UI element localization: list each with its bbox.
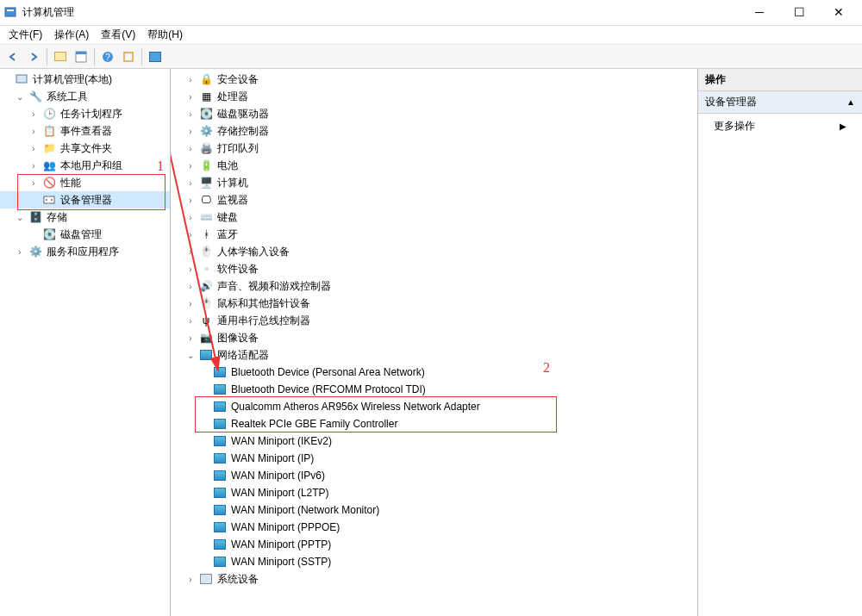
- device-category[interactable]: ›🖱️鼠标和其他指针设备: [171, 295, 697, 312]
- menu-file[interactable]: 文件(F): [3, 26, 47, 44]
- forward-button[interactable]: [24, 47, 43, 66]
- expand-icon[interactable]: ›: [28, 144, 40, 153]
- expand-icon[interactable]: ›: [184, 75, 197, 84]
- expand-icon[interactable]: ›: [184, 144, 197, 153]
- network-adapter-item[interactable]: WAN Miniport (Network Monitor): [171, 501, 697, 519]
- collapse-icon[interactable]: ⌄: [184, 351, 197, 360]
- expand-icon[interactable]: ›: [28, 161, 40, 171]
- actions-section[interactable]: 设备管理器 ▲: [698, 91, 862, 114]
- close-button[interactable]: ✕: [819, 0, 859, 26]
- expand-icon[interactable]: ›: [14, 247, 26, 257]
- tree-shared-folders[interactable]: ›📁共享文件夹: [0, 140, 170, 157]
- expand-icon[interactable]: ›: [184, 196, 197, 205]
- device-category[interactable]: ›🖥️计算机: [171, 174, 697, 191]
- device-category[interactable]: ›📷图像设备: [171, 329, 697, 346]
- annotation-label-1: 1: [157, 159, 164, 174]
- expand-icon[interactable]: ›: [184, 213, 197, 222]
- network-adapter-item[interactable]: WAN Miniport (PPPOE): [171, 519, 697, 536]
- event-icon: 📋: [42, 124, 56, 138]
- menu-view[interactable]: 查看(V): [96, 26, 141, 44]
- tree-event-viewer[interactable]: ›📋事件查看器: [0, 122, 170, 140]
- tree-disk-mgmt[interactable]: 💽磁盘管理: [0, 226, 170, 243]
- device-category[interactable]: ›ᚼ蓝牙: [171, 226, 697, 243]
- back-button[interactable]: [3, 47, 22, 66]
- annotation-label-2: 2: [543, 360, 550, 376]
- expand-icon[interactable]: ›: [184, 161, 197, 171]
- tree-storage[interactable]: ⌄🗄️存储: [0, 208, 170, 226]
- device-category[interactable]: ›🔋电池: [171, 157, 697, 174]
- refresh-button[interactable]: [119, 47, 138, 66]
- network-adapter-item[interactable]: Realtek PCIe GBE Family Controller: [171, 415, 697, 432]
- tree-systools[interactable]: ⌄🔧系统工具: [0, 88, 170, 105]
- device-category[interactable]: ›💽磁盘驱动器: [171, 105, 697, 122]
- device-list-scroll[interactable]: ›🔒安全设备›▦处理器›💽磁盘驱动器›⚙️存储控制器›🖨️打印队列›🔋电池›🖥️…: [171, 69, 697, 616]
- svg-text:?: ?: [105, 53, 110, 62]
- actions-header: 操作: [698, 69, 862, 91]
- expand-icon[interactable]: ›: [184, 230, 197, 240]
- device-list-panel: ›🔒安全设备›▦处理器›💽磁盘驱动器›⚙️存储控制器›🖨️打印队列›🔋电池›🖥️…: [171, 69, 698, 616]
- maximize-button[interactable]: ☐: [779, 0, 819, 26]
- network-adapter-item[interactable]: WAN Miniport (IP): [171, 450, 697, 467]
- expand-icon[interactable]: ›: [184, 575, 197, 584]
- expand-icon[interactable]: ›: [28, 127, 40, 136]
- network-adapter-item[interactable]: Qualcomm Atheros AR956x Wireless Network…: [171, 398, 697, 415]
- svg-point-9: [46, 199, 47, 201]
- device-category[interactable]: ›🖱️人体学输入设备: [171, 243, 697, 260]
- expand-icon[interactable]: ›: [184, 92, 197, 102]
- tree-performance[interactable]: ›🚫性能: [0, 174, 170, 191]
- menu-help[interactable]: 帮助(H): [142, 26, 188, 44]
- expand-icon[interactable]: ›: [184, 333, 197, 343]
- expand-icon[interactable]: ›: [184, 299, 197, 308]
- actions-more[interactable]: 更多操作 ▶: [698, 114, 862, 139]
- device-category[interactable]: ›⌨️键盘: [171, 208, 697, 226]
- device-category[interactable]: ›🖵监视器: [171, 191, 697, 208]
- network-adapter-item[interactable]: WAN Miniport (IKEv2): [171, 432, 697, 450]
- network-adapter-item[interactable]: WAN Miniport (SSTP): [171, 553, 697, 570]
- device-category[interactable]: ›系统设备: [171, 570, 697, 588]
- expand-icon[interactable]: ›: [28, 109, 40, 119]
- device-category[interactable]: ›▦处理器: [171, 88, 697, 105]
- expand-icon[interactable]: ›: [184, 127, 197, 136]
- tools-icon: 🔧: [28, 90, 42, 103]
- collapse-icon[interactable]: ⌄: [14, 92, 26, 102]
- properties-button[interactable]: [72, 47, 91, 66]
- device-category[interactable]: ›⚙️存储控制器: [171, 122, 697, 140]
- device-category[interactable]: ›ψ通用串行总线控制器: [171, 312, 697, 329]
- tree-services[interactable]: ›⚙️服务和应用程序: [0, 243, 170, 260]
- collapse-icon[interactable]: ⌄: [14, 213, 26, 222]
- scan-button[interactable]: [146, 47, 165, 66]
- network-adapter-item[interactable]: Bluetooth Device (RFCOMM Protocol TDI): [171, 381, 697, 398]
- window-title: 计算机管理: [22, 5, 740, 20]
- expand-icon[interactable]: ›: [184, 109, 197, 119]
- svg-rect-3: [76, 52, 86, 54]
- tree-root[interactable]: 计算机管理(本地): [0, 71, 170, 88]
- expand-icon[interactable]: ›: [184, 264, 197, 274]
- device-category[interactable]: ›🔒安全设备: [171, 71, 697, 88]
- console-tree[interactable]: 计算机管理(本地) ⌄🔧系统工具 ›🕒任务计划程序 ›📋事件查看器 ›📁共享文件…: [0, 69, 171, 616]
- network-adapter-item[interactable]: WAN Miniport (IPv6): [171, 467, 697, 484]
- network-adapter-item[interactable]: Bluetooth Device (Personal Area Network): [171, 364, 697, 381]
- device-category[interactable]: ›🖨️打印队列: [171, 140, 697, 157]
- expand-icon[interactable]: ›: [184, 316, 197, 326]
- help-button[interactable]: ?: [98, 47, 117, 66]
- device-category[interactable]: ›🔊声音、视频和游戏控制器: [171, 277, 697, 295]
- show-hide-tree-button[interactable]: [51, 47, 70, 66]
- network-adapter-item[interactable]: WAN Miniport (PPTP): [171, 536, 697, 553]
- device-category-network[interactable]: ⌄网络适配器: [171, 346, 697, 364]
- tree-device-manager[interactable]: 设备管理器: [0, 191, 170, 208]
- toolbar-separator: [47, 48, 47, 65]
- expand-icon[interactable]: ›: [184, 178, 197, 188]
- expand-icon[interactable]: ›: [184, 247, 197, 257]
- svg-rect-0: [5, 8, 16, 16]
- expand-icon[interactable]: ›: [184, 282, 197, 291]
- device-category[interactable]: ›▫️软件设备: [171, 260, 697, 277]
- svg-point-10: [51, 199, 53, 201]
- minimize-button[interactable]: ─: [740, 0, 779, 26]
- menu-action[interactable]: 操作(A): [49, 26, 94, 44]
- expand-icon[interactable]: ›: [28, 178, 40, 188]
- storage-icon: 🗄️: [28, 210, 42, 224]
- tree-local-users[interactable]: ›👥本地用户和组: [0, 157, 170, 174]
- network-adapter-item[interactable]: WAN Miniport (L2TP): [171, 484, 697, 501]
- collapse-icon[interactable]: ▲: [846, 97, 855, 107]
- tree-task-scheduler[interactable]: ›🕒任务计划程序: [0, 105, 170, 122]
